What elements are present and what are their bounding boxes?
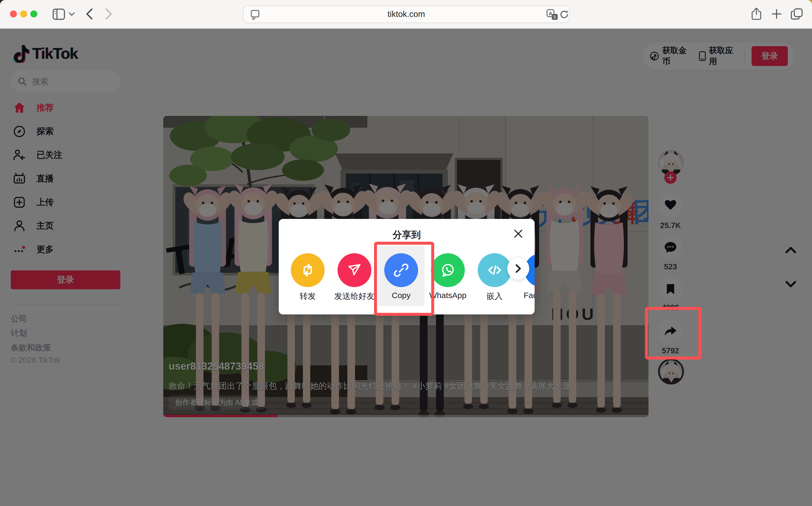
share-option-whatsapp[interactable]: WhatsApp (431, 253, 465, 302)
share-option-send-to-friends[interactable]: 发送给好友 (338, 253, 371, 302)
reader-view-icon[interactable] (250, 10, 260, 20)
share-option-embed[interactable]: 嵌入 (478, 253, 512, 302)
facebook-icon (533, 262, 535, 278)
share-page-icon[interactable] (751, 7, 761, 20)
translate-icon[interactable]: A 文 (546, 9, 558, 20)
share-option-repost[interactable]: 转发 (291, 253, 325, 302)
browser-window: tiktok.com A 文 (0, 0, 812, 506)
annotation-box-share (645, 307, 702, 359)
chevron-down-icon[interactable] (69, 12, 75, 16)
chevron-right-icon (515, 264, 521, 273)
reload-icon[interactable] (559, 10, 569, 19)
window-minimize-button[interactable] (20, 10, 27, 17)
address-bar[interactable]: tiktok.com A 文 (243, 5, 570, 23)
tab-overview-icon[interactable] (791, 8, 803, 20)
whatsapp-icon (440, 262, 456, 278)
sidebar-toggle-icon[interactable] (53, 9, 65, 20)
close-icon (514, 229, 523, 238)
window-zoom-button[interactable] (30, 10, 37, 17)
new-tab-icon[interactable] (771, 9, 782, 19)
window-close-button[interactable] (10, 10, 17, 17)
back-button[interactable] (85, 8, 93, 20)
svg-text:文: 文 (553, 15, 557, 19)
close-button[interactable] (514, 229, 523, 238)
send-to-friends-icon (347, 263, 362, 278)
repost-icon (300, 262, 315, 278)
url-text[interactable]: tiktok.com (387, 9, 425, 19)
share-dialog-title: 分享到 (279, 229, 535, 241)
forward-button[interactable] (105, 8, 113, 20)
more-share-options-button[interactable] (507, 258, 529, 279)
browser-chrome: tiktok.com A 文 (0, 0, 812, 29)
embed-icon (487, 262, 502, 278)
annotation-box-copy (374, 242, 434, 316)
